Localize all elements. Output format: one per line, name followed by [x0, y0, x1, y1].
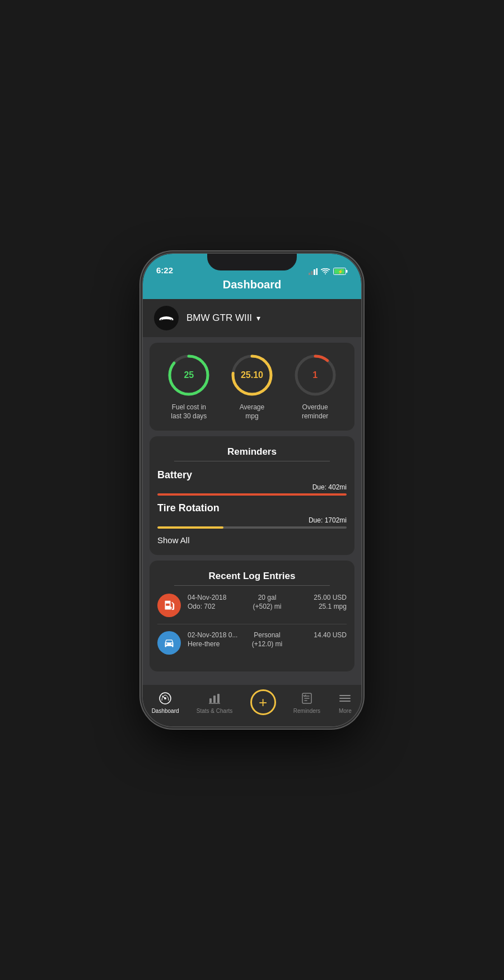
battery-icon: ⚡ — [333, 268, 348, 275]
log-fuel-details: 04-Nov-2018 20 gal 25.00 USD Odo: 702 (+… — [188, 594, 347, 610]
nav-label-stats: Stats & Charts — [197, 708, 232, 714]
log-icon-trip — [157, 631, 181, 655]
fuel-cost-label: Fuel cost inlast 30 days — [171, 403, 207, 421]
add-button[interactable]: + — [250, 689, 276, 715]
car-icon — [164, 637, 175, 648]
log-fuel-miles: (+502) mi — [241, 603, 294, 610]
reminder-tire-bar-bg — [157, 526, 347, 529]
barchart-icon — [208, 692, 221, 705]
car-silhouette-icon — [158, 314, 175, 322]
stat-overdue: 1 Overduereminder — [293, 353, 338, 421]
reminder-battery-bar-bg — [157, 493, 347, 496]
dashboard-nav-icon — [158, 691, 172, 706]
svg-rect-5 — [346, 270, 348, 273]
overdue-gauge: 1 — [293, 353, 338, 398]
show-all-button[interactable]: Show All — [157, 535, 347, 545]
log-icon-fuel — [157, 594, 181, 617]
reminder-battery-bar-fill — [157, 493, 347, 496]
fuel-cost-gauge: 25 — [166, 353, 211, 398]
reminder-tire-due: Due: 1702mi — [157, 516, 347, 524]
nav-label-more: More — [339, 708, 352, 714]
log-fuel-gallons: 20 gal — [241, 594, 294, 601]
svg-text:⚡: ⚡ — [338, 269, 343, 274]
log-trip-type: Personal — [241, 631, 294, 639]
status-time: 6:22 — [156, 265, 173, 275]
log-trip-cost: 14.40 USD — [293, 631, 347, 639]
reminder-battery: Battery Due: 402mi — [157, 469, 347, 496]
stat-avg-mpg: 25.10 Averagempg — [230, 353, 274, 421]
signal-icon — [309, 268, 318, 275]
log-entries-title: Recent Log Entries — [157, 571, 347, 582]
car-name-label: BMW GTR WIII — [186, 312, 252, 324]
log-fuel-date: 04-Nov-2018 — [188, 594, 241, 601]
log-fuel-odo: Odo: 702 — [188, 603, 241, 610]
car-name-row[interactable]: BMW GTR WIII ▾ — [186, 312, 260, 324]
fuel-cost-value: 25 — [184, 370, 194, 380]
reminder-tire-bar-fill — [157, 526, 223, 529]
avg-mpg-gauge: 25.10 — [230, 353, 274, 398]
car-selector[interactable]: BMW GTR WIII ▾ — [143, 299, 361, 337]
stats-card: 25 Fuel cost inlast 30 days 25.10 — [150, 343, 354, 431]
log-fuel-cost: 25.00 USD — [293, 594, 347, 601]
status-icons: ⚡ — [309, 268, 348, 275]
checklist-icon — [300, 692, 314, 705]
stats-nav-icon — [207, 691, 222, 706]
svg-rect-20 — [213, 696, 216, 703]
svg-rect-2 — [314, 269, 315, 275]
bottom-nav: Dashboard Stats & Charts + — [143, 685, 361, 726]
page-title: Dashboard — [143, 278, 361, 291]
log-fuel-mpg: 25.1 mpg — [293, 603, 347, 610]
reminders-underline — [174, 461, 330, 461]
phone-frame: 6:22 — [143, 254, 361, 726]
phone-content: 6:22 — [143, 254, 361, 726]
nav-item-reminders[interactable]: Reminders — [293, 691, 320, 714]
svg-rect-19 — [209, 698, 212, 703]
speedometer-icon — [158, 692, 172, 705]
nav-item-stats[interactable]: Stats & Charts — [197, 691, 232, 714]
nav-item-more[interactable]: More — [338, 691, 352, 714]
scroll-area: 25 Fuel cost inlast 30 days 25.10 — [143, 337, 361, 685]
reminders-nav-icon — [300, 691, 314, 706]
nav-label-reminders: Reminders — [293, 708, 320, 714]
reminders-title: Reminders — [157, 446, 347, 458]
overdue-value: 1 — [312, 370, 318, 380]
car-avatar — [154, 306, 179, 330]
reminder-tire-name: Tire Rotation — [157, 502, 347, 514]
reminder-battery-due: Due: 402mi — [157, 483, 347, 491]
svg-point-9 — [171, 319, 172, 321]
avg-mpg-label: Averagempg — [240, 403, 264, 421]
more-nav-icon — [338, 691, 352, 706]
log-trip-route: Here-there — [188, 640, 241, 648]
nav-label-dashboard: Dashboard — [152, 708, 179, 714]
log-entry-fuel[interactable]: 04-Nov-2018 20 gal 25.00 USD Odo: 702 (+… — [157, 594, 347, 624]
svg-rect-21 — [217, 694, 220, 703]
fuel-pump-icon — [164, 600, 175, 611]
nav-item-dashboard[interactable]: Dashboard — [152, 691, 179, 714]
reminders-card: Reminders Battery Due: 402mi Tire Rotati… — [150, 436, 354, 555]
chevron-down-icon: ▾ — [256, 314, 260, 323]
log-entries-underline — [174, 585, 330, 586]
log-entries-card: Recent Log Entries 04-Nov-2018 20 gal 25… — [150, 561, 354, 671]
log-trip-mpg — [293, 640, 347, 648]
log-trip-date: 02-Nov-2018 0... — [188, 631, 241, 639]
svg-rect-3 — [316, 268, 318, 275]
reminder-tire-rotation: Tire Rotation Due: 1702mi — [157, 502, 347, 529]
reminder-battery-name: Battery — [157, 469, 347, 481]
svg-rect-0 — [309, 273, 310, 275]
stats-row: 25 Fuel cost inlast 30 days 25.10 — [157, 353, 347, 421]
log-entry-trip[interactable]: 02-Nov-2018 0... Personal 14.40 USD Here… — [157, 631, 347, 661]
log-trip-miles: (+12.0) mi — [241, 640, 294, 648]
menu-icon — [338, 692, 352, 705]
log-trip-details: 02-Nov-2018 0... Personal 14.40 USD Here… — [188, 631, 347, 648]
wifi-icon — [321, 268, 330, 275]
svg-rect-1 — [311, 271, 313, 275]
svg-point-8 — [161, 319, 162, 321]
stat-fuel-cost: 25 Fuel cost inlast 30 days — [166, 353, 211, 421]
nav-item-add[interactable]: + — [250, 689, 276, 715]
avg-mpg-value: 25.10 — [241, 370, 263, 380]
notch — [207, 254, 297, 270]
overdue-label: Overduereminder — [302, 403, 328, 421]
